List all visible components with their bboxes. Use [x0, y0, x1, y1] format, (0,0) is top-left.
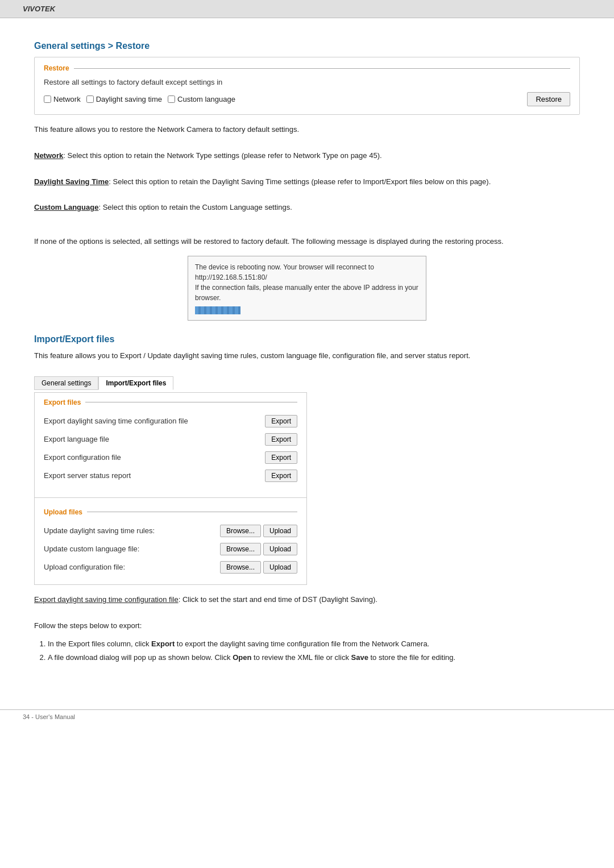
- export-config-button[interactable]: Export: [265, 451, 297, 464]
- network-para-text: Select this option to retain the Network…: [68, 151, 382, 160]
- export-dst-label: Export daylight saving time configuratio…: [44, 417, 263, 425]
- section-divider-line: [74, 68, 570, 69]
- export-dst-underline: Export daylight saving time configuratio…: [34, 595, 179, 604]
- upload-divider: [87, 512, 297, 512]
- export-row-dst: Export daylight saving time configuratio…: [44, 412, 297, 430]
- step2-open-keyword: Open: [233, 653, 251, 662]
- restore-description: Restore all settings to factory default …: [44, 78, 570, 86]
- reboot-line2: If the connection fails, please manually…: [195, 283, 419, 303]
- dst-keyword: Daylight Saving Time: [34, 177, 109, 186]
- body-para-4: Custom Language: Select this option to r…: [34, 202, 580, 214]
- upload-row-lang: Update custom language file: Browse... U…: [44, 540, 297, 558]
- export-row-config: Export configuration file Export: [44, 448, 297, 467]
- reboot-message-box: The device is rebooting now. Your browse…: [188, 256, 426, 321]
- upload-config-label: Upload configuration file:: [44, 563, 218, 571]
- restore-button[interactable]: Restore: [527, 92, 570, 106]
- export-dst-desc: Export daylight saving time configuratio…: [34, 594, 580, 606]
- network-label: Network: [53, 95, 81, 103]
- reboot-line1: The device is rebooting now. Your browse…: [195, 262, 419, 283]
- reboot-progress-bar: [195, 306, 240, 314]
- export-dst-button[interactable]: Export: [265, 415, 297, 427]
- upload-config-button[interactable]: Upload: [263, 561, 297, 574]
- export-files-subsection: Export files Export daylight saving time…: [35, 393, 306, 493]
- custom-lang-checkbox[interactable]: [168, 95, 175, 103]
- dst-para-text: Select this option to retain the Dayligh…: [113, 177, 491, 186]
- export-dst-desc-text: Click to set the start and end time of D…: [182, 595, 377, 604]
- body-para-2: Network: Select this option to retain th…: [34, 150, 580, 162]
- custom-lang-label: Custom language: [177, 95, 235, 103]
- step1-export-keyword: Export: [151, 639, 175, 648]
- browse-lang-button[interactable]: Browse...: [220, 543, 261, 555]
- tabs-row: General settings Import/Export files: [34, 376, 307, 390]
- tab-general-settings[interactable]: General settings: [34, 376, 98, 390]
- step-2: A file download dialog will pop up as sh…: [48, 651, 580, 664]
- custom-lang-para-text: Select this option to retain the Custom …: [103, 203, 292, 211]
- body-para-3: Daylight Saving Time: Select this option…: [34, 176, 580, 188]
- import-export-desc: This feature allows you to Export / Upda…: [34, 350, 580, 362]
- browse-config-button[interactable]: Browse...: [220, 561, 261, 574]
- export-row-status: Export server status report Export: [44, 467, 297, 485]
- export-lang-label: Export language file: [44, 435, 263, 443]
- export-config-label: Export configuration file: [44, 453, 263, 462]
- network-keyword: Network: [34, 151, 63, 160]
- follow-steps-list: In the Export files column, click Export…: [48, 637, 580, 664]
- network-checkbox[interactable]: [44, 95, 51, 103]
- import-export-inner-panel: Export files Export daylight saving time…: [34, 392, 307, 585]
- footer-text: 34 - User's Manual: [23, 713, 75, 720]
- main-content: General settings > Restore Restore Resto…: [0, 18, 614, 687]
- export-status-button[interactable]: Export: [265, 470, 297, 482]
- restore-panel: Restore Restore all settings to factory …: [34, 57, 580, 115]
- checkbox-network[interactable]: Network: [44, 95, 81, 103]
- import-export-panel-container: General settings Import/Export files Exp…: [34, 376, 307, 585]
- export-lang-button[interactable]: Export: [265, 433, 297, 446]
- checkbox-dst[interactable]: Daylight saving time: [86, 95, 162, 103]
- export-status-label: Export server status report: [44, 471, 263, 480]
- upload-dst-label: Update daylight saving time rules:: [44, 526, 218, 535]
- header: VIVOTEK: [0, 0, 614, 18]
- body-para-5: If none of the options is selected, all …: [34, 236, 580, 248]
- step-1: In the Export files column, click Export…: [48, 637, 580, 650]
- custom-lang-keyword: Custom Language: [34, 203, 98, 211]
- page-title: General settings > Restore: [34, 41, 580, 51]
- upload-lang-button[interactable]: Upload: [263, 543, 297, 555]
- section-divider: [35, 497, 306, 498]
- export-divider: [85, 402, 297, 402]
- export-row-lang: Export language file Export: [44, 430, 297, 448]
- upload-files-subsection: Upload files Update daylight saving time…: [35, 502, 306, 584]
- upload-row-config: Upload configuration file: Browse... Upl…: [44, 558, 297, 576]
- checkbox-custom-lang[interactable]: Custom language: [168, 95, 235, 103]
- dst-label: Daylight saving time: [96, 95, 162, 103]
- restore-section-label: Restore: [44, 64, 570, 72]
- body-para-1: This feature allows you to restore the N…: [34, 124, 580, 136]
- footer: 34 - User's Manual: [0, 709, 614, 724]
- upload-lang-label: Update custom language file:: [44, 545, 218, 553]
- export-files-label: Export files: [44, 398, 297, 406]
- upload-dst-button[interactable]: Upload: [263, 525, 297, 537]
- browse-dst-button[interactable]: Browse...: [220, 525, 261, 537]
- dst-checkbox[interactable]: [86, 95, 94, 103]
- brand-label: VIVOTEK: [23, 5, 55, 13]
- import-export-title: Import/Export files: [34, 334, 580, 344]
- upload-files-label: Upload files: [44, 508, 297, 516]
- upload-row-dst: Update daylight saving time rules: Brows…: [44, 522, 297, 540]
- follow-steps-intro: Follow the steps below to export:: [34, 620, 580, 632]
- checkboxes-row: Network Daylight saving time Custom lang…: [44, 92, 570, 106]
- step2-save-keyword: Save: [351, 653, 368, 662]
- tab-import-export-files[interactable]: Import/Export files: [98, 376, 173, 390]
